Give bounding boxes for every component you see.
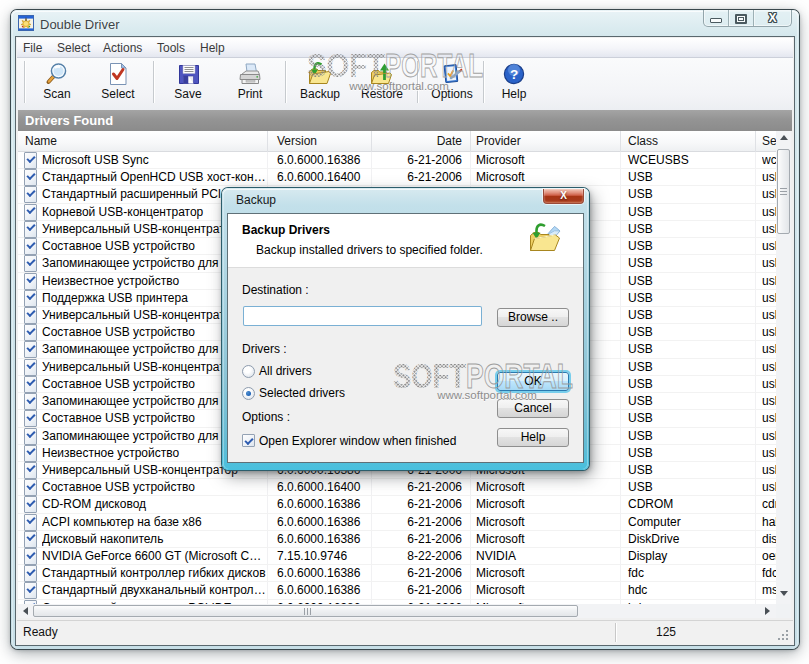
svg-text:PORTAL: PORTAL xyxy=(385,46,483,84)
svg-text:www.softportal.com: www.softportal.com xyxy=(436,389,537,401)
svg-text:?: ? xyxy=(510,67,518,82)
svg-text:SOFT: SOFT xyxy=(307,46,385,84)
svg-text:www.softportal.com: www.softportal.com xyxy=(348,80,449,92)
